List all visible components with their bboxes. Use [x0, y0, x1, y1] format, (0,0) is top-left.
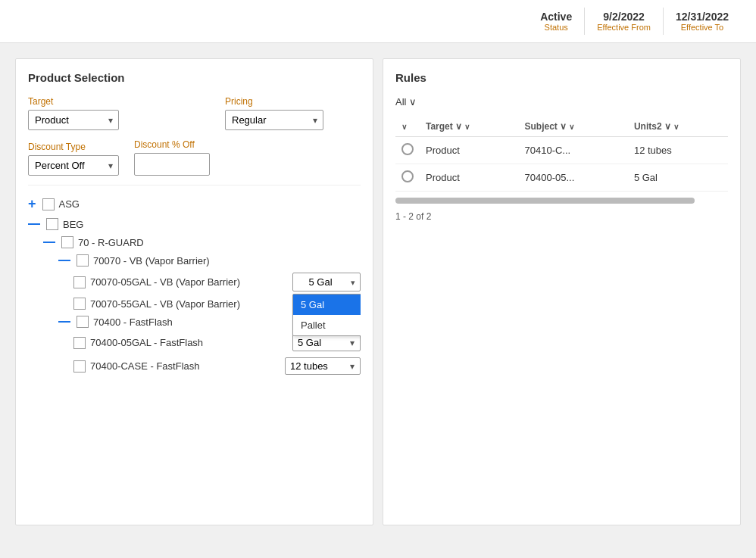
target-select[interactable]: Product [28, 110, 119, 130]
collapse-icon-r-guard[interactable] [43, 242, 55, 243]
units-cell-2: 5 Gal [628, 164, 728, 192]
dropdown-item-pallet[interactable]: Pallet [293, 315, 361, 335]
dropdown-menu-70070-05gal: 5 Gal Pallet [292, 294, 361, 336]
all-filter-label: All [395, 96, 406, 108]
unit-dropdown-70070-05gal: 5 Gal 5 Gal Pallet [292, 273, 361, 291]
target-pricing-row: Target Product Pricing Regular [28, 96, 361, 130]
target-label: Target [28, 96, 119, 107]
label-70070-vb: 70070 - VB (Vapor Barrier) [93, 255, 361, 267]
checkbox-70400-fastflash[interactable] [77, 316, 89, 328]
pricing-select[interactable]: Regular [225, 110, 323, 130]
label-70400-case: 70400-CASE - FastFlash [90, 360, 274, 372]
radio-cell-2 [395, 164, 420, 192]
all-filter-chevron[interactable]: ∨ [409, 96, 417, 108]
discount-type-select[interactable]: Percent Off [28, 155, 119, 176]
rules-title: Rules [395, 71, 728, 84]
col-radio [395, 117, 420, 137]
units-cell-1: 12 tubes [628, 137, 728, 164]
rules-row-2: Product 70400-05... 5 Gal [395, 164, 728, 192]
unit-select-btn-70070-05gal[interactable]: 5 Gal [292, 273, 361, 291]
status-value: Active [540, 11, 572, 23]
label-r-guard: 70 - R-GUARD [78, 237, 361, 248]
expand-icon-asg[interactable]: + [28, 196, 36, 212]
status-section: Active Status 9/2/2022 Effective From 12… [528, 8, 741, 35]
product-tree: + ASG BEG 70 - R-GUARD 70070 - VB (Vapo [28, 185, 361, 503]
tree-item-beg: BEG [28, 215, 361, 233]
collapse-icon-70400[interactable] [58, 321, 70, 323]
target-select-wrapper[interactable]: Product [28, 110, 119, 130]
discount-off-label: Discount % Off [134, 139, 210, 150]
top-bar: Active Status 9/2/2022 Effective From 12… [0, 0, 756, 43]
horizontal-scrollbar[interactable] [395, 198, 695, 204]
collapse-icon-beg[interactable] [28, 223, 40, 225]
unit-select-70400-case[interactable]: 12 tubes [285, 357, 361, 375]
checkbox-r-guard[interactable] [61, 236, 73, 248]
rules-table: Target ∨ Subject ∨ Units2 ∨ Product 7041… [395, 117, 728, 192]
status-item-effective-to: 12/31/2022 Effective To [663, 8, 741, 35]
pagination: 1 - 2 of 2 [395, 211, 728, 222]
tree-item-70400-case: 70400-CASE - FastFlash 12 tubes [28, 354, 361, 378]
discount-off-input[interactable] [134, 153, 210, 176]
label-70400-05gal: 70400-05GAL - FastFlash [90, 337, 282, 348]
unit-select-70400-05gal-select[interactable]: 5 Gal [292, 334, 361, 351]
rules-panel: Rules All ∨ Target ∨ Subject ∨ Units2 ∨ [383, 58, 741, 525]
checkbox-70070-05gal[interactable] [73, 276, 86, 288]
discount-off-group: Discount % Off [134, 139, 210, 176]
effective-to-value: 12/31/2022 [676, 11, 729, 23]
unit-select-70400-05gal[interactable]: 5 Gal [292, 334, 361, 351]
discount-row: Discount Type Percent Off Discount % Off [28, 139, 361, 176]
dropdown-item-5gal[interactable]: 5 Gal [293, 295, 361, 315]
main-content: Product Selection Target Product Pricing… [0, 43, 756, 541]
effective-from-value: 9/2/2022 [597, 11, 651, 23]
checkbox-70400-case[interactable] [73, 360, 86, 373]
col-target[interactable]: Target ∨ [420, 117, 519, 137]
collapse-icon-70070-vb[interactable] [58, 260, 70, 261]
product-selection-panel: Product Selection Target Product Pricing… [15, 58, 373, 525]
radio-1[interactable] [401, 143, 414, 155]
discount-type-select-wrapper[interactable]: Percent Off [28, 155, 119, 176]
discount-type-group: Discount Type Percent Off [28, 142, 119, 176]
subject-cell-2: 70400-05... [519, 164, 628, 192]
pricing-label: Pricing [225, 96, 323, 107]
checkbox-asg[interactable] [42, 198, 55, 210]
tree-item-asg: + ASG [28, 193, 361, 215]
pricing-select-wrapper[interactable]: Regular [225, 110, 323, 130]
checkbox-70070-55gal[interactable] [73, 298, 86, 310]
pricing-group: Pricing Regular [225, 96, 323, 130]
label-asg: ASG [59, 198, 361, 210]
subject-cell-1: 70410-C... [519, 137, 628, 164]
radio-2[interactable] [401, 170, 414, 182]
label-beg: BEG [63, 219, 361, 230]
col-subject[interactable]: Subject ∨ [519, 117, 628, 137]
checkbox-70400-05gal[interactable] [73, 337, 86, 349]
status-item-active: Active Status [528, 8, 584, 35]
rules-table-header-row: Target ∨ Subject ∨ Units2 ∨ [395, 117, 728, 137]
status-item-effective-from: 9/2/2022 Effective From [584, 8, 663, 35]
effective-from-label: Effective From [597, 23, 651, 32]
product-selection-title: Product Selection [28, 71, 361, 84]
status-label: Status [540, 23, 572, 32]
col-units2[interactable]: Units2 ∨ [628, 117, 728, 137]
target-cell-2: Product [420, 164, 519, 192]
tree-item-70070-vb: 70070 - VB (Vapor Barrier) [28, 251, 361, 270]
target-group: Target Product [28, 96, 119, 130]
checkbox-70070-vb[interactable] [77, 254, 89, 267]
checkbox-beg[interactable] [46, 218, 58, 230]
rules-row-1: Product 70410-C... 12 tubes [395, 137, 728, 164]
effective-to-label: Effective To [676, 23, 729, 32]
tree-item-70070-05gal: 70070-05GAL - VB (Vapor Barrier) 5 Gal 5… [28, 270, 361, 295]
rules-header: All ∨ [395, 96, 728, 108]
label-70070-05gal: 70070-05GAL - VB (Vapor Barrier) [90, 276, 282, 288]
target-cell-1: Product [420, 137, 519, 164]
discount-type-label: Discount Type [28, 142, 119, 152]
radio-cell-1 [395, 137, 420, 164]
all-filter-dropdown[interactable]: All ∨ [395, 96, 417, 108]
unit-select-70400-case-select[interactable]: 12 tubes [285, 357, 361, 375]
tree-item-r-guard: 70 - R-GUARD [28, 233, 361, 251]
